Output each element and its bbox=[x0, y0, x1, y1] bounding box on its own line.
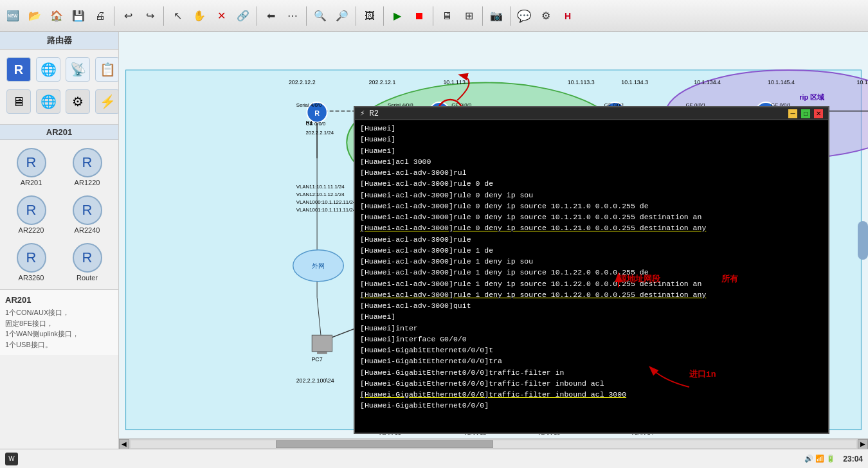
redo-button[interactable]: ↪ bbox=[140, 4, 160, 28]
svg-rect-43 bbox=[317, 352, 327, 354]
svg-text:202.2.2.100\24: 202.2.2.100\24 bbox=[296, 377, 334, 384]
terminal-minimize-button[interactable]: ─ bbox=[788, 109, 797, 118]
canvas-area[interactable]: R R1 R R2 R R3 R R4 R R5 LSW1 LSW3 bbox=[119, 32, 868, 449]
terminal-maximize-button[interactable]: □ bbox=[801, 109, 810, 118]
link-button[interactable]: 🔗 bbox=[233, 4, 253, 28]
monitor-button[interactable]: 🖥 bbox=[437, 4, 457, 28]
prev-button[interactable]: ⬅ bbox=[260, 4, 281, 28]
sidebar-item-r-type2[interactable]: 🌐 bbox=[35, 55, 62, 84]
svg-text:R: R bbox=[314, 109, 320, 117]
r-icon-7: ⚙ bbox=[66, 89, 90, 114]
sidebar-item-r-type6[interactable]: 🌐 bbox=[35, 87, 62, 116]
search-button[interactable]: 🔍 bbox=[310, 4, 330, 28]
sidebar-item-r-type7[interactable]: ⚙ bbox=[64, 87, 91, 116]
statusbar-icons-system: 🔊 📶 🔋 bbox=[804, 455, 835, 463]
svg-text:Serial 4/0/0: Serial 4/0/0 bbox=[296, 102, 322, 108]
sidebar-item-r-type1[interactable]: R bbox=[5, 55, 32, 84]
undo-button[interactable]: ↩ bbox=[118, 4, 138, 28]
r-icon-3: 📡 bbox=[66, 57, 90, 82]
sidebar-info-title: AR201 bbox=[5, 295, 113, 305]
term-line: [Huawei] bbox=[360, 311, 823, 322]
chat-button[interactable]: 💬 bbox=[514, 4, 534, 28]
sidebar-item-r-type3[interactable]: 📡 bbox=[64, 55, 91, 84]
statusbar-time: 23:04 bbox=[843, 455, 863, 464]
sidebar-item-r-type8[interactable]: ⚡ bbox=[94, 87, 119, 116]
new-button[interactable]: 🆕 bbox=[3, 4, 23, 28]
sidebar-item-ar2240[interactable]: R AR2240 bbox=[61, 193, 113, 237]
r-icon-8: ⚡ bbox=[95, 89, 119, 114]
term-line: [Huawei-acl-adv-3000]rule bbox=[360, 234, 823, 245]
ar2220-icon: R bbox=[17, 195, 46, 225]
scroll-right-button[interactable]: ▶ bbox=[858, 439, 868, 449]
term-line: [Huawei-acl-adv-3000]quit bbox=[360, 300, 823, 311]
svg-text:10.1.113.3: 10.1.113.3 bbox=[568, 79, 595, 86]
home-button[interactable]: 🏠 bbox=[46, 4, 67, 28]
sidebar-item-ar201[interactable]: R AR201 bbox=[5, 145, 57, 189]
sidebar-section2: AR201 R AR201 R AR1220 R AR2220 R AR2240 bbox=[0, 124, 118, 289]
more-button[interactable]: ⋯ bbox=[282, 4, 303, 28]
print-button[interactable]: 🖨 bbox=[90, 4, 111, 28]
router-label: Router bbox=[77, 274, 98, 282]
terminal-title: ⚡ R2 bbox=[360, 109, 379, 118]
svg-text:10.1.134.3: 10.1.134.3 bbox=[621, 79, 648, 86]
select-button[interactable]: ↖ bbox=[167, 4, 188, 28]
separator bbox=[383, 6, 384, 26]
svg-text:VLAN12:10.1.12.1/24: VLAN12:10.1.12.1/24 bbox=[296, 192, 345, 197]
image-button[interactable]: 🖼 bbox=[359, 4, 380, 28]
svg-text:GE 0/0/0: GE 0/0/0 bbox=[305, 121, 326, 127]
sidebar-item-ar3260[interactable]: R AR3260 bbox=[5, 240, 57, 284]
scroll-track[interactable] bbox=[131, 440, 856, 448]
sidebar-item-router[interactable]: R Router bbox=[61, 240, 113, 284]
sidebar-item-r-type5[interactable]: 🖥 bbox=[5, 87, 32, 116]
camera-button[interactable]: 📷 bbox=[486, 4, 507, 28]
svg-text:VLAN1001:10.1.111.11/24: VLAN1001:10.1.111.11/24 bbox=[296, 207, 356, 213]
zoom-in-button[interactable]: 🔎 bbox=[332, 4, 352, 28]
help-button[interactable]: H bbox=[557, 4, 578, 28]
delete-button[interactable]: ✕ bbox=[211, 4, 231, 28]
terminal-window[interactable]: ⚡ R2 ─ □ ✕ [Huawei] [Huawei] [Huawei] [H… bbox=[354, 106, 829, 434]
sidebar-item-ar1220[interactable]: R AR1220 bbox=[61, 145, 113, 189]
separator bbox=[163, 6, 164, 26]
term-line: [Huawei-GigabitEthernet0/0/0]t bbox=[360, 345, 823, 356]
statusbar-right: 🔊 📶 🔋 23:04 bbox=[804, 455, 863, 464]
term-line: [Huawei-acl-adv-3000]rule 0 de bbox=[360, 178, 823, 189]
term-line: [Huawei-acl-adv-3000]rule 1 deny ip sour… bbox=[360, 289, 823, 300]
scroll-left-button[interactable]: ◀ bbox=[119, 439, 129, 449]
scroll-handle-right[interactable] bbox=[858, 221, 868, 260]
svg-text:VLAN1000:10.1.122.11/24: VLAN1000:10.1.122.11/24 bbox=[296, 199, 356, 205]
svg-text:10.1.134.4: 10.1.134.4 bbox=[694, 79, 721, 86]
term-highlight: [Huawei-acl-adv-3000]rule 0 deny ip sour… bbox=[360, 224, 706, 232]
scroll-thumb[interactable] bbox=[276, 440, 494, 448]
svg-text:202.2.12.2: 202.2.12.2 bbox=[289, 79, 316, 86]
separator bbox=[510, 6, 511, 26]
term-highlight: [Huawei-GigabitEthernet0/0/0]traffic-fil… bbox=[360, 390, 626, 399]
grid-button[interactable]: ⊞ bbox=[458, 4, 479, 28]
r-icon-1: R bbox=[6, 57, 31, 82]
term-line: [Huawei-GigabitEthernet0/0/0]traffic-fil… bbox=[360, 389, 823, 400]
svg-text:外网: 外网 bbox=[312, 262, 325, 269]
svg-text:10.1.145.5: 10.1.145.5 bbox=[857, 79, 868, 86]
term-line: [Huawei]acl 3000 bbox=[360, 156, 823, 167]
play-button[interactable]: ▶ bbox=[387, 4, 408, 28]
ar1220-label: AR1220 bbox=[75, 179, 100, 186]
open-button[interactable]: 📂 bbox=[24, 4, 45, 28]
settings-button[interactable]: ⚙ bbox=[536, 4, 556, 28]
svg-text:10.1.113.1: 10.1.113.1 bbox=[443, 79, 470, 86]
sidebar-item-ar2220[interactable]: R AR2220 bbox=[5, 193, 57, 237]
hand-button[interactable]: ✋ bbox=[189, 4, 210, 28]
r-icon-5: 🖥 bbox=[6, 89, 31, 114]
toolbar: 🆕 📂 🏠 💾 🖨 ↩ ↪ ↖ ✋ ✕ 🔗 ⬅ ⋯ 🔍 🔎 🖼 ▶ ⏹ 🖥 ⊞ … bbox=[0, 0, 868, 32]
svg-text:202.2.2.1/24: 202.2.2.1/24 bbox=[305, 130, 334, 136]
sidebar-item-r-type4[interactable]: 📋 bbox=[94, 55, 119, 84]
svg-text:PC7: PC7 bbox=[311, 357, 322, 363]
term-line: [Huawei]interface G0/0/0 bbox=[360, 334, 823, 345]
ar3260-label: AR3260 bbox=[19, 274, 44, 282]
stop-button[interactable]: ⏹ bbox=[409, 4, 429, 28]
terminal-body[interactable]: [Huawei] [Huawei] [Huawei] [Huawei]acl 3… bbox=[355, 120, 828, 431]
save-button[interactable]: 💾 bbox=[68, 4, 89, 28]
terminal-close-button[interactable]: ✕ bbox=[814, 109, 823, 118]
separator bbox=[114, 6, 114, 26]
statusbar-icon-text: W bbox=[8, 455, 14, 462]
router-icon-sidebar: R bbox=[73, 243, 102, 273]
horizontal-scrollbar[interactable]: ◀ ▶ bbox=[119, 438, 868, 449]
